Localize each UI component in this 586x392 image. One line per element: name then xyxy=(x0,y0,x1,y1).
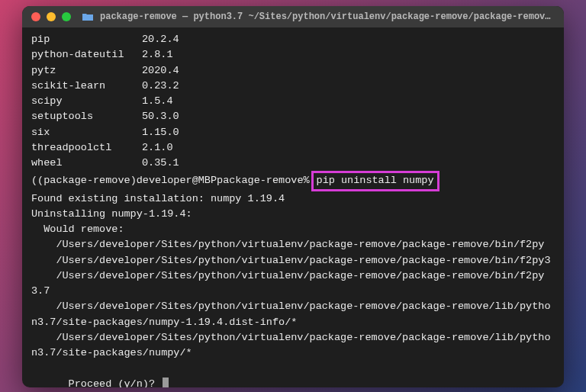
package-version: 1.15.0 xyxy=(142,125,179,140)
output-found: Found existing installation: numpy 1.19.… xyxy=(31,191,555,207)
output-path: /Users/developer/Sites/python/virtualenv… xyxy=(31,330,555,361)
package-row: pytz2020.4 xyxy=(31,63,555,79)
package-list: pip20.2.4python-dateutil2.8.1pytz2020.4s… xyxy=(31,32,555,171)
package-row: setuptools50.3.0 xyxy=(31,109,555,124)
terminal-content[interactable]: pip20.2.4python-dateutil2.8.1pytz2020.4s… xyxy=(22,27,564,387)
package-row: pip20.2.4 xyxy=(31,32,555,47)
package-version: 2.1.0 xyxy=(142,140,173,156)
prompt-symbol: % xyxy=(303,173,309,188)
package-version: 0.35.1 xyxy=(142,156,179,171)
package-row: scikit-learn0.23.2 xyxy=(31,79,555,94)
output-would-remove: Would remove: xyxy=(31,222,555,237)
prompt-userhost: developer@MBP xyxy=(137,173,217,188)
output-uninstalling: Uninstalling numpy-1.19.4: xyxy=(31,207,555,222)
title-bar: package-remove — python3.7 ~/Sites/pytho… xyxy=(22,6,564,27)
close-icon[interactable] xyxy=(31,12,40,21)
traffic-lights xyxy=(31,12,71,21)
proceed-prompt[interactable]: Proceed (y/n)? xyxy=(31,361,555,387)
package-version: 2020.4 xyxy=(142,63,179,79)
package-name: python-dateutil xyxy=(31,47,142,63)
output-path: /Users/developer/Sites/python/virtualenv… xyxy=(31,253,555,268)
terminal-window: package-remove — python3.7 ~/Sites/pytho… xyxy=(22,6,564,387)
package-row: wheel0.35.1 xyxy=(31,156,555,171)
package-row: python-dateutil2.8.1 xyxy=(31,47,555,63)
output-path: /Users/developer/Sites/python/virtualenv… xyxy=(31,237,555,252)
package-version: 20.2.4 xyxy=(142,32,179,47)
maximize-icon[interactable] xyxy=(62,12,71,21)
prompt-line: ((package-remove) developer@MBP package-… xyxy=(31,171,555,191)
output-paths: /Users/developer/Sites/python/virtualenv… xyxy=(31,237,555,361)
package-name: wheel xyxy=(31,156,142,171)
output-path: /Users/developer/Sites/python/virtualenv… xyxy=(31,268,555,300)
package-version: 50.3.0 xyxy=(142,109,179,124)
package-row: six1.15.0 xyxy=(31,125,555,140)
package-row: scipy1.5.4 xyxy=(31,94,555,109)
package-name: six xyxy=(31,125,142,140)
window-title: package-remove — python3.7 ~/Sites/pytho… xyxy=(100,11,555,22)
package-name: pytz xyxy=(31,63,142,79)
package-name: scikit-learn xyxy=(31,79,142,94)
minimize-icon[interactable] xyxy=(47,12,56,21)
package-version: 1.5.4 xyxy=(142,94,173,109)
prompt-cwd: package-remove xyxy=(217,173,303,188)
prompt-bracket: ( xyxy=(31,173,37,188)
prompt-venv: (package-remove) xyxy=(37,173,137,188)
output-path: /Users/developer/Sites/python/virtualenv… xyxy=(31,299,555,330)
package-name: threadpoolctl xyxy=(31,140,142,156)
package-version: 2.8.1 xyxy=(142,47,173,63)
folder-icon xyxy=(82,12,94,21)
proceed-text: Proceed (y/n)? xyxy=(69,378,162,388)
package-name: setuptools xyxy=(31,109,142,124)
package-row: threadpoolctl2.1.0 xyxy=(31,140,555,156)
package-name: scipy xyxy=(31,94,142,109)
highlighted-command: pip uninstall numpy xyxy=(311,171,440,191)
cursor-icon xyxy=(163,378,169,388)
package-version: 0.23.2 xyxy=(142,79,179,94)
package-name: pip xyxy=(31,32,142,47)
